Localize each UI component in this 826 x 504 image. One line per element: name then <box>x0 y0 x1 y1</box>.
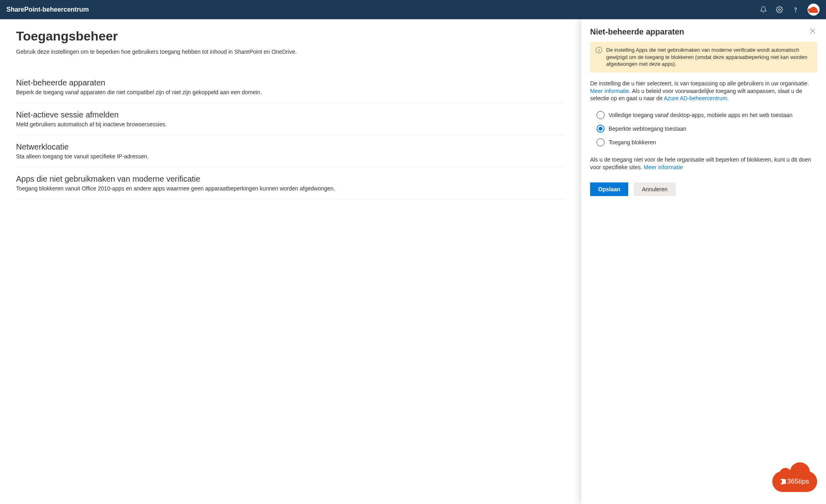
learn-more-link[interactable]: Meer informatie. <box>590 88 631 94</box>
side-panel: Niet-beheerde apparaten i De instelling … <box>581 19 826 504</box>
office-icon <box>780 479 786 484</box>
app-title: SharePoint-beheercentrum <box>6 6 759 13</box>
setting-desc: Beperk de toegang vanaf apparaten die ni… <box>16 89 565 95</box>
radio-icon <box>597 111 605 119</box>
radio-label: Beperkte webtoegang toestaan <box>609 125 686 132</box>
top-header: SharePoint-beheercentrum <box>0 0 826 19</box>
setting-unmanaged-devices[interactable]: Niet-beheerde apparaten Beperk de toegan… <box>16 71 565 103</box>
setting-title: Niet-actieve sessie afmelden <box>16 110 565 119</box>
setting-desc: Meld gebruikers automatisch af bij inact… <box>16 121 565 128</box>
desc-text: De instelling die u hier selecteert, is … <box>590 80 809 87</box>
watermark-text: 365tips <box>787 478 809 486</box>
setting-network-location[interactable]: Netwerklocatie Sta alleen toegang toe va… <box>16 135 565 167</box>
avatar[interactable] <box>808 4 820 16</box>
help-icon[interactable] <box>791 6 800 14</box>
radio-label: Toegang blokkeren <box>609 139 656 146</box>
radio-icon <box>597 138 605 146</box>
setting-title: Apps die niet gebruikmaken van moderne v… <box>16 174 565 184</box>
radio-full-access[interactable]: Volledige toegang vanaf desktop-apps, mo… <box>597 111 817 119</box>
setting-title: Netwerklocatie <box>16 142 565 152</box>
setting-desc: Sta alleen toegang toe vanuit specifieke… <box>16 153 565 160</box>
info-icon: i <box>596 47 602 53</box>
desc-text: . <box>727 95 729 101</box>
save-button[interactable]: Opslaan <box>590 182 628 196</box>
setting-title: Niet-beheerde apparaten <box>16 78 565 87</box>
watermark-logo: 365tips <box>772 471 817 492</box>
header-actions <box>759 4 820 16</box>
access-radio-group: Volledige toegang vanaf desktop-apps, mo… <box>590 111 817 146</box>
radio-block-access[interactable]: Toegang blokkeren <box>597 138 817 146</box>
panel-header: Niet-beheerde apparaten <box>590 26 817 37</box>
radio-limited-web[interactable]: Beperkte webtoegang toestaan <box>597 125 817 133</box>
setting-idle-session[interactable]: Niet-actieve sessie afmelden Meld gebrui… <box>16 103 565 135</box>
svg-point-0 <box>779 9 781 11</box>
radio-icon <box>597 125 605 133</box>
panel-note: Als u de toegang niet voor de hele organ… <box>590 156 817 171</box>
close-icon[interactable] <box>808 26 817 37</box>
setting-desc: Toegang blokkeren vanuit Office 2010-app… <box>16 185 565 192</box>
azure-ad-link[interactable]: Azure AD-beheercentrum <box>664 95 727 101</box>
svg-point-1 <box>796 12 796 12</box>
page-title: Toegangsbeheer <box>16 29 565 44</box>
panel-actions: Opslaan Annuleren <box>590 182 817 196</box>
learn-more-link[interactable]: Meer informatie <box>644 164 683 170</box>
panel-description: De instelling die u hier selecteert, is … <box>590 80 817 103</box>
panel-title: Niet-beheerde apparaten <box>590 27 684 36</box>
note-text: Als u de toegang niet voor de hele organ… <box>590 156 811 170</box>
info-banner: i De instelling Apps die niet gebruikmak… <box>590 42 817 73</box>
settings-icon[interactable] <box>775 6 783 14</box>
info-banner-text: De instelling Apps die niet gebruikmaken… <box>606 47 812 68</box>
cancel-button[interactable]: Annuleren <box>634 182 676 196</box>
page-subtitle: Gebruik deze instellingen om te beperken… <box>16 49 565 55</box>
radio-label: Volledige toegang vanaf desktop-apps, mo… <box>609 112 792 118</box>
notifications-icon[interactable] <box>759 6 767 14</box>
setting-legacy-auth[interactable]: Apps die niet gebruikmaken van moderne v… <box>16 167 565 199</box>
main-content: Toegangsbeheer Gebruik deze instellingen… <box>0 19 581 504</box>
settings-list: Niet-beheerde apparaten Beperk de toegan… <box>16 71 565 199</box>
